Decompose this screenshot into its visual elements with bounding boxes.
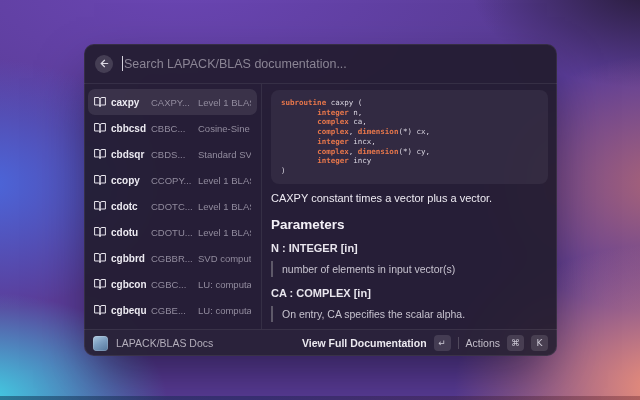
routine-category: Level 1 BLAS:... bbox=[198, 175, 251, 186]
app-name: LAPACK/BLAS Docs bbox=[116, 337, 294, 349]
code-signature-block: subroutine caxpy ( integer n, complex ca… bbox=[271, 90, 548, 184]
app-icon bbox=[93, 336, 108, 351]
routine-upper-name: CBDS... bbox=[151, 149, 193, 160]
window-body: caxpy CAXPY... Level 1 BLAS:... cbbcsd C… bbox=[84, 84, 557, 329]
search-bar bbox=[84, 44, 557, 84]
code-line: complex, dimension(*) cy, bbox=[281, 147, 538, 157]
desktop-background: caxpy CAXPY... Level 1 BLAS:... cbbcsd C… bbox=[0, 0, 640, 400]
parameter-signature: CA : COMPLEX [in] bbox=[271, 287, 548, 299]
routine-category: SVD computa... bbox=[198, 253, 251, 264]
list-item[interactable]: cbbcsd CBBC... Cosine-Sine (... bbox=[88, 115, 257, 141]
routine-summary: CAXPY constant times a vector plus a vec… bbox=[271, 192, 548, 204]
routine-name: cgbequ bbox=[111, 305, 146, 316]
routine-category: Level 1 BLAS:... bbox=[198, 227, 251, 238]
routine-category: Cosine-Sine (... bbox=[198, 123, 251, 134]
code-line: integer n, bbox=[281, 108, 538, 118]
search-field-wrap bbox=[122, 56, 546, 71]
book-open-icon bbox=[94, 304, 106, 316]
routine-name: caxpy bbox=[111, 97, 146, 108]
list-item[interactable]: cgbequ CGBE... LU: computati... bbox=[88, 297, 257, 323]
list-item[interactable]: cgbbrd CGBBR... SVD computa... bbox=[88, 245, 257, 271]
screen-bottom-edge bbox=[0, 396, 640, 400]
footer-actions: View Full Documentation ↵ Actions ⌘ K bbox=[302, 335, 548, 351]
book-open-icon bbox=[94, 200, 106, 212]
parameters-list: N : INTEGER [in]number of elements in in… bbox=[271, 242, 548, 322]
list-item[interactable]: cbdsqr CBDS... Standard SVD... bbox=[88, 141, 257, 167]
list-item[interactable]: cdotc CDOTC... Level 1 BLAS:... bbox=[88, 193, 257, 219]
routine-name: cgbcon bbox=[111, 279, 146, 290]
code-line: complex ca, bbox=[281, 117, 538, 127]
routine-name: cdotc bbox=[111, 201, 146, 212]
parameter-signature: N : INTEGER [in] bbox=[271, 242, 548, 254]
k-key-badge: K bbox=[531, 335, 548, 351]
routine-name: cgbbrd bbox=[111, 253, 146, 264]
list-item[interactable]: cdotu CDOTU... Level 1 BLAS:... bbox=[88, 219, 257, 245]
book-open-icon bbox=[94, 96, 106, 108]
text-caret bbox=[122, 56, 123, 71]
routine-category: LU: computati... bbox=[198, 305, 251, 316]
routine-upper-name: CBBC... bbox=[151, 123, 193, 134]
command-key-badge: ⌘ bbox=[507, 335, 524, 351]
book-open-icon bbox=[94, 174, 106, 186]
parameter-description: number of elements in input vector(s) bbox=[271, 261, 548, 277]
routine-category: Level 1 BLAS:... bbox=[198, 97, 251, 108]
code-line: integer incy bbox=[281, 156, 538, 166]
code-line: subroutine caxpy ( bbox=[281, 98, 538, 108]
book-open-icon bbox=[94, 122, 106, 134]
actions-button[interactable]: Actions bbox=[466, 337, 500, 349]
routine-category: Level 1 BLAS:... bbox=[198, 201, 251, 212]
routine-upper-name: CGBBR... bbox=[151, 253, 193, 264]
arrow-left-icon bbox=[99, 58, 110, 69]
routine-upper-name: CGBE... bbox=[151, 305, 193, 316]
footer-bar: LAPACK/BLAS Docs View Full Documentation… bbox=[84, 329, 557, 356]
book-open-icon bbox=[94, 278, 106, 290]
code-line: integer incx, bbox=[281, 137, 538, 147]
book-open-icon bbox=[94, 226, 106, 238]
docs-search-window: caxpy CAXPY... Level 1 BLAS:... cbbcsd C… bbox=[84, 44, 557, 356]
code-line: complex, dimension(*) cx, bbox=[281, 127, 538, 137]
parameter-description: On entry, CA specifies the scalar alpha. bbox=[271, 306, 548, 322]
back-button[interactable] bbox=[95, 55, 113, 73]
routine-upper-name: CAXPY... bbox=[151, 97, 193, 108]
list-item[interactable]: ccopy CCOPY... Level 1 BLAS:... bbox=[88, 167, 257, 193]
routine-name: cbdsqr bbox=[111, 149, 146, 160]
routine-upper-name: CCOPY... bbox=[151, 175, 193, 186]
code-line: ) bbox=[281, 166, 538, 176]
view-full-documentation-button[interactable]: View Full Documentation bbox=[302, 337, 427, 349]
footer-separator bbox=[458, 337, 459, 349]
search-input[interactable] bbox=[124, 57, 546, 71]
routine-upper-name: CDOTU... bbox=[151, 227, 193, 238]
list-item[interactable]: cgbcon CGBC... LU: computati... bbox=[88, 271, 257, 297]
routine-name: cdotu bbox=[111, 227, 146, 238]
routine-upper-name: CDOTC... bbox=[151, 201, 193, 212]
return-key-badge: ↵ bbox=[434, 335, 451, 351]
routine-name: cbbcsd bbox=[111, 123, 146, 134]
routine-category: Standard SVD... bbox=[198, 149, 251, 160]
book-open-icon bbox=[94, 148, 106, 160]
results-list: caxpy CAXPY... Level 1 BLAS:... cbbcsd C… bbox=[84, 84, 262, 329]
detail-pane: subroutine caxpy ( integer n, complex ca… bbox=[262, 84, 557, 329]
book-open-icon bbox=[94, 252, 106, 264]
list-item[interactable]: caxpy CAXPY... Level 1 BLAS:... bbox=[88, 89, 257, 115]
routine-name: ccopy bbox=[111, 175, 146, 186]
routine-upper-name: CGBC... bbox=[151, 279, 193, 290]
parameters-heading: Parameters bbox=[271, 217, 548, 232]
routine-category: LU: computati... bbox=[198, 279, 251, 290]
